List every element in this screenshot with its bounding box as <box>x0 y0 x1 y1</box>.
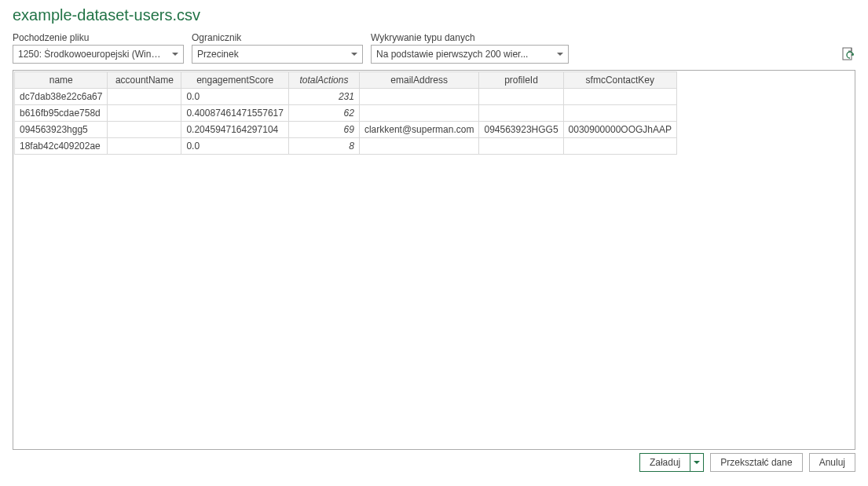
chevron-down-icon <box>557 53 563 56</box>
delimiter-dropdown[interactable]: Przecinek <box>192 45 363 64</box>
cell-accountname[interactable] <box>108 122 181 138</box>
cell-emailaddress[interactable] <box>359 138 479 155</box>
detect-type-label: Wykrywanie typu danych <box>371 32 569 43</box>
cell-profileid[interactable] <box>479 105 563 122</box>
cell-name[interactable]: 094563923hgg5 <box>15 122 108 138</box>
col-header-sfmccontactkey[interactable]: sfmcContactKey <box>563 72 676 89</box>
table-row: 094563923hgg50.204594716429710469clarkke… <box>15 122 677 138</box>
cell-emailaddress[interactable]: clarkkent@superman.com <box>359 122 479 138</box>
cell-sfmccontactkey[interactable] <box>563 89 676 105</box>
col-header-totalactions[interactable]: totalActions <box>288 72 359 89</box>
cell-name[interactable]: 18fab42c409202ae <box>15 138 108 155</box>
table-header-row: name accountName engagementScore totalAc… <box>15 72 677 89</box>
col-header-name[interactable]: name <box>15 72 108 89</box>
cell-sfmccontactkey[interactable] <box>563 105 676 122</box>
refresh-icon[interactable] <box>841 46 855 64</box>
load-dropdown-button[interactable] <box>690 453 704 472</box>
cell-profileid[interactable] <box>479 89 563 105</box>
cell-profileid[interactable] <box>479 138 563 155</box>
transform-data-button[interactable]: Przekształć dane <box>710 453 802 472</box>
delimiter-value: Przecinek <box>197 49 239 60</box>
file-origin-label: Pochodzenie pliku <box>13 32 184 43</box>
cell-sfmccontactkey[interactable] <box>563 138 676 155</box>
cell-accountname[interactable] <box>108 89 181 105</box>
preview-table: name accountName engagementScore totalAc… <box>14 71 677 155</box>
cell-totalactions[interactable]: 62 <box>288 105 359 122</box>
cell-profileid[interactable]: 094563923HGG5 <box>479 122 563 138</box>
cell-accountname[interactable] <box>108 138 181 155</box>
load-button[interactable]: Załaduj <box>639 453 690 472</box>
col-header-accountname[interactable]: accountName <box>108 72 181 89</box>
dialog-title: example-dataset-users.csv <box>13 6 855 24</box>
cell-engagementscore[interactable]: 0.0 <box>181 138 288 155</box>
file-origin-dropdown[interactable]: 1250: Środkowoeuropejski (Windo... <box>13 45 184 64</box>
file-origin-value: 1250: Środkowoeuropejski (Windo... <box>18 49 166 60</box>
cell-engagementscore[interactable]: 0.2045947164297104 <box>181 122 288 138</box>
load-split-button: Załaduj <box>639 453 704 472</box>
chevron-down-icon <box>172 53 178 56</box>
options-row: Pochodzenie pliku 1250: Środkowoeuropejs… <box>13 32 855 64</box>
cancel-button[interactable]: Anuluj <box>809 453 855 472</box>
cell-name[interactable]: dc7dab38e22c6a67 <box>15 89 108 105</box>
col-header-engagementscore[interactable]: engagementScore <box>181 72 288 89</box>
table-row: dc7dab38e22c6a670.0231 <box>15 89 677 105</box>
cell-engagementscore[interactable]: 0.40087461471557617 <box>181 105 288 122</box>
cell-sfmccontactkey[interactable]: 0030900000OOGJhAAP <box>563 122 676 138</box>
cell-totalactions[interactable]: 8 <box>288 138 359 155</box>
col-header-emailaddress[interactable]: emailAddress <box>359 72 479 89</box>
col-header-profileid[interactable]: profileId <box>479 72 563 89</box>
delimiter-label: Ogranicznik <box>192 32 363 43</box>
preview-pane[interactable]: name accountName engagementScore totalAc… <box>13 70 855 450</box>
footer-buttons: Załaduj Przekształć dane Anuluj <box>639 453 855 472</box>
cell-totalactions[interactable]: 69 <box>288 122 359 138</box>
cell-emailaddress[interactable] <box>359 105 479 122</box>
table-row: b616fb95cdae758d0.4008746147155761762 <box>15 105 677 122</box>
detect-type-value: Na podstawie pierwszych 200 wier... <box>376 49 528 60</box>
cell-engagementscore[interactable]: 0.0 <box>181 89 288 105</box>
cell-emailaddress[interactable] <box>359 89 479 105</box>
cell-name[interactable]: b616fb95cdae758d <box>15 105 108 122</box>
cell-totalactions[interactable]: 231 <box>288 89 359 105</box>
chevron-down-icon <box>694 461 700 464</box>
table-row: 18fab42c409202ae0.08 <box>15 138 677 155</box>
chevron-down-icon <box>351 53 357 56</box>
detect-type-dropdown[interactable]: Na podstawie pierwszych 200 wier... <box>371 45 569 64</box>
cell-accountname[interactable] <box>108 105 181 122</box>
